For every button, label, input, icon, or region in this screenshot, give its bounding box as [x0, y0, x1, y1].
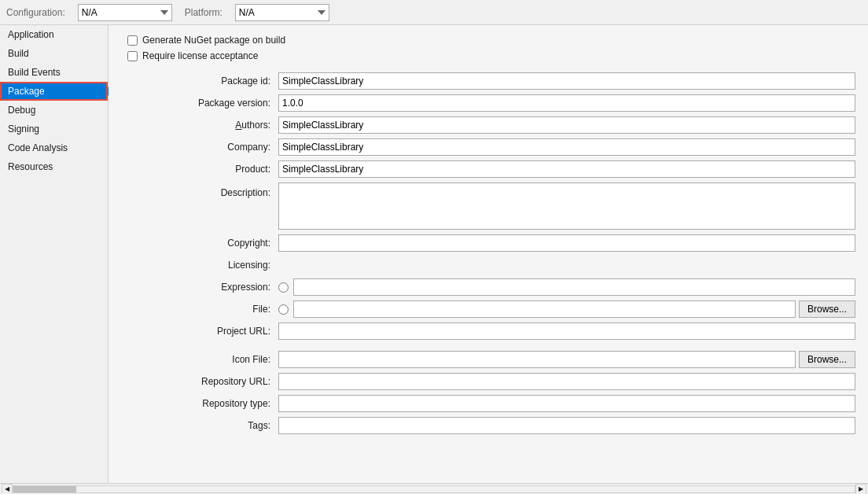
product-input[interactable]: [278, 160, 855, 178]
sidebar-item-signing[interactable]: Signing: [0, 120, 108, 138]
product-label: Product:: [121, 160, 278, 178]
project-url-row: Project URL:: [121, 323, 855, 340]
package-id-label: Package id:: [121, 72, 278, 90]
generate-nuget-checkbox[interactable]: [127, 35, 138, 46]
main-layout: Application Build Build Events Package D…: [0, 25, 868, 483]
top-bar: Configuration: N/A Platform: N/A: [0, 0, 868, 25]
generate-nuget-row: Generate NuGet package on build: [121, 35, 855, 46]
platform-select[interactable]: N/A: [235, 4, 329, 21]
sidebar-item-debug[interactable]: Debug: [0, 101, 108, 120]
licensing-header-row: Licensing:: [121, 256, 855, 274]
file-radio[interactable]: [278, 304, 289, 315]
sidebar: Application Build Build Events Package D…: [0, 25, 108, 483]
authors-input[interactable]: [278, 116, 855, 134]
icon-file-input[interactable]: [278, 351, 796, 368]
company-input[interactable]: [278, 138, 855, 156]
authors-row: Authors:: [121, 116, 855, 134]
tags-label: Tags:: [121, 417, 278, 434]
config-label: Configuration:: [6, 7, 65, 18]
package-id-row: Package id:: [121, 72, 855, 90]
project-url-label: Project URL:: [121, 323, 278, 340]
sidebar-item-package[interactable]: Package: [0, 82, 108, 101]
scrollbar-track[interactable]: [13, 485, 855, 493]
horizontal-scrollbar: ◀ ▶: [0, 483, 868, 494]
icon-file-label: Icon File:: [121, 351, 278, 368]
platform-label: Platform:: [185, 7, 223, 18]
tags-row: Tags:: [121, 417, 855, 434]
description-input[interactable]: [278, 182, 855, 230]
scroll-left-arrow[interactable]: ◀: [2, 484, 13, 495]
package-version-row: Package version:: [121, 94, 855, 112]
copyright-row: Copyright:: [121, 234, 855, 252]
description-label: Description:: [121, 182, 278, 201]
repository-type-input[interactable]: [278, 395, 855, 412]
scroll-right-arrow[interactable]: ▶: [855, 484, 866, 495]
generate-nuget-label: Generate NuGet package on build: [142, 35, 285, 46]
expression-radio[interactable]: [278, 282, 289, 293]
config-select[interactable]: N/A: [78, 4, 172, 21]
sidebar-item-application[interactable]: Application: [0, 25, 108, 44]
copyright-input[interactable]: [278, 234, 855, 252]
company-row: Company:: [121, 138, 855, 156]
package-id-input[interactable]: [278, 72, 855, 90]
repository-url-input[interactable]: [278, 373, 855, 390]
sidebar-item-build[interactable]: Build: [0, 44, 108, 63]
file-label: File:: [121, 300, 278, 318]
icon-browse-button[interactable]: Browse...: [799, 351, 855, 368]
authors-label: Authors:: [121, 116, 278, 134]
icon-file-row: Icon File: Browse...: [121, 351, 855, 368]
expression-row: Expression:: [121, 278, 855, 296]
file-input[interactable]: [293, 300, 796, 318]
content-area: Generate NuGet package on build Require …: [108, 25, 868, 483]
require-license-label: Require license acceptance: [142, 50, 258, 61]
require-license-checkbox[interactable]: [127, 51, 138, 61]
file-input-group: Browse...: [293, 300, 855, 318]
require-license-row: Require license acceptance: [121, 50, 855, 61]
copyright-label: Copyright:: [121, 234, 278, 252]
tags-input[interactable]: [278, 417, 855, 434]
package-version-label: Package version:: [121, 94, 278, 112]
file-browse-button[interactable]: Browse...: [799, 300, 855, 318]
product-row: Product:: [121, 160, 855, 178]
repository-type-label: Repository type:: [121, 395, 278, 412]
expression-label: Expression:: [121, 278, 278, 296]
repository-url-label: Repository URL:: [121, 373, 278, 390]
project-url-input[interactable]: [278, 323, 855, 340]
sidebar-item-resources[interactable]: Resources: [0, 157, 108, 176]
description-row: Description:: [121, 182, 855, 230]
sidebar-item-code-analysis[interactable]: Code Analysis: [0, 138, 108, 157]
file-row: File: Browse...: [121, 300, 855, 318]
icon-file-input-group: Browse...: [278, 351, 855, 368]
sidebar-item-build-events[interactable]: Build Events: [0, 63, 108, 82]
expression-input[interactable]: [293, 278, 855, 296]
package-version-input[interactable]: [278, 94, 855, 112]
repository-url-row: Repository URL:: [121, 373, 855, 390]
company-label: Company:: [121, 138, 278, 156]
scrollbar-thumb[interactable]: [13, 486, 76, 492]
licensing-label: Licensing:: [121, 256, 278, 274]
repository-type-row: Repository type:: [121, 395, 855, 412]
